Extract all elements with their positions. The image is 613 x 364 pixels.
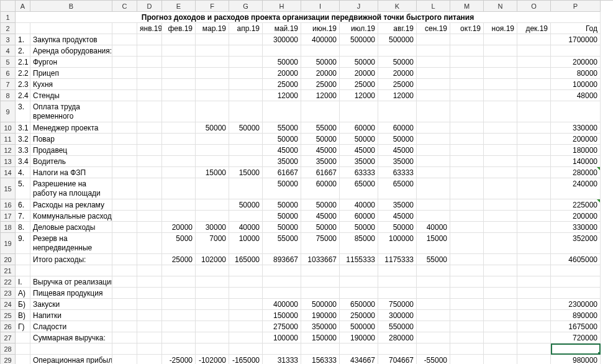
cell-year[interactable]: 180000 <box>551 145 601 156</box>
cell-value[interactable]: 65000 <box>378 178 417 199</box>
cell-value[interactable] <box>162 101 196 122</box>
cell-value[interactable] <box>301 45 340 57</box>
cell-year[interactable] <box>551 265 601 276</box>
cell-value[interactable]: 12000 <box>378 90 417 101</box>
cell-value[interactable]: -25000 <box>162 355 196 364</box>
cell-value[interactable] <box>162 134 196 145</box>
cell-value[interactable] <box>301 288 340 299</box>
cell-C3[interactable] <box>112 34 137 45</box>
cell-year[interactable]: 200000 <box>551 57 601 68</box>
cell-value[interactable]: 45000 <box>301 211 340 222</box>
cell-value[interactable]: 60000 <box>301 178 340 199</box>
cell-year[interactable]: 330000 <box>551 222 601 233</box>
cell-year[interactable]: 280000 <box>551 167 601 178</box>
cell-label[interactable]: Аренда оборудования: <box>30 45 112 57</box>
cell-value[interactable] <box>450 299 484 310</box>
cell-value[interactable]: 300000 <box>263 34 301 45</box>
cell-value[interactable] <box>517 254 551 265</box>
cell-year[interactable] <box>551 344 601 355</box>
cell-value[interactable] <box>229 34 263 45</box>
cell-value[interactable] <box>450 288 484 299</box>
cell-value[interactable]: 350000 <box>301 321 340 332</box>
cell-year[interactable]: 352000 <box>551 233 601 254</box>
cell-value[interactable]: 5000 <box>162 233 196 254</box>
cell-value[interactable]: 25000 <box>378 79 417 90</box>
cell-value[interactable]: 55000 <box>263 122 301 134</box>
cell-label[interactable]: Продавец <box>30 145 112 156</box>
cell-label[interactable]: Пищевая продукция <box>30 288 112 299</box>
cell-value[interactable] <box>417 145 450 156</box>
cell-value[interactable] <box>517 355 551 364</box>
cell-label[interactable]: Оплата труда временного персонала: <box>30 101 112 122</box>
cell-index[interactable]: В) <box>16 310 30 321</box>
cell-value[interactable] <box>450 101 484 122</box>
cell-value[interactable]: 20000 <box>301 68 340 79</box>
cell-label[interactable]: Деловые расходы <box>30 222 112 233</box>
cell-value[interactable]: 10000 <box>229 233 263 254</box>
cell-C23[interactable] <box>112 288 137 299</box>
cell-value[interactable]: 275000 <box>263 321 301 332</box>
cell-index[interactable] <box>16 355 30 364</box>
cell-value[interactable] <box>229 90 263 101</box>
cell-year[interactable]: 140000 <box>551 156 601 167</box>
cell-value[interactable] <box>450 276 484 288</box>
cell-value[interactable] <box>196 211 229 222</box>
col-header-P[interactable]: P <box>551 1 601 12</box>
cell-year[interactable]: 225000 <box>551 199 601 211</box>
cell-value[interactable] <box>517 68 551 79</box>
cell-index[interactable]: А) <box>16 288 30 299</box>
cell-index[interactable]: 1. <box>16 34 30 45</box>
cell-C28[interactable] <box>112 344 137 355</box>
cell-label[interactable]: Коммунальные расходы <box>30 211 112 222</box>
cell-index[interactable]: 3.3 <box>16 145 30 156</box>
cell-value[interactable] <box>517 90 551 101</box>
cell-value[interactable] <box>196 156 229 167</box>
cell-value[interactable] <box>517 122 551 134</box>
cell-value[interactable] <box>162 45 196 57</box>
cell-value[interactable] <box>229 344 263 355</box>
cell-index[interactable] <box>16 332 30 344</box>
cell-value[interactable] <box>162 90 196 101</box>
cell-year[interactable]: 100000 <box>551 79 601 90</box>
cell-value[interactable] <box>450 134 484 145</box>
cell-value[interactable] <box>196 34 229 45</box>
cell-value[interactable] <box>229 178 263 199</box>
cell-value[interactable] <box>450 57 484 68</box>
cell-value[interactable] <box>450 156 484 167</box>
cell-value[interactable] <box>196 134 229 145</box>
month-header[interactable]: янв.19 <box>137 23 162 34</box>
col-header-F[interactable]: F <box>196 1 229 12</box>
cell-value[interactable] <box>517 288 551 299</box>
year-header[interactable]: Год <box>551 23 601 34</box>
cell-value[interactable] <box>517 299 551 310</box>
cell-value[interactable]: 20000 <box>340 68 378 79</box>
month-header[interactable]: дек.19 <box>517 23 551 34</box>
cell-value[interactable]: 20000 <box>263 68 301 79</box>
cell-value[interactable] <box>340 45 378 57</box>
cell-value[interactable] <box>484 68 517 79</box>
col-header-B[interactable]: B <box>30 1 112 12</box>
cell-value[interactable]: 50000 <box>263 57 301 68</box>
cell-value[interactable] <box>196 178 229 199</box>
cell-value[interactable]: 7000 <box>196 233 229 254</box>
cell-value[interactable] <box>450 332 484 344</box>
cell-value[interactable] <box>450 34 484 45</box>
row-header-4[interactable]: 4 <box>1 45 16 57</box>
cell-C11[interactable] <box>112 134 137 145</box>
cell-label[interactable]: Напитки <box>30 310 112 321</box>
cell-value[interactable] <box>417 68 450 79</box>
month-header[interactable]: июн.19 <box>301 23 340 34</box>
row-header-25[interactable]: 25 <box>1 310 16 321</box>
cell-index[interactable]: 7. <box>16 211 30 222</box>
cell-label[interactable]: Фургон <box>30 57 112 68</box>
cell-index[interactable]: 2.4 <box>16 90 30 101</box>
cell-C4[interactable] <box>112 45 137 57</box>
cell-value[interactable] <box>137 90 162 101</box>
row-header-1[interactable]: 1 <box>1 12 16 23</box>
cell-value[interactable] <box>263 45 301 57</box>
row-header-12[interactable]: 12 <box>1 145 16 156</box>
cell-value[interactable]: 50000 <box>340 222 378 233</box>
cell-value[interactable] <box>450 344 484 355</box>
cell-value[interactable]: 500000 <box>301 299 340 310</box>
cell-value[interactable] <box>162 145 196 156</box>
